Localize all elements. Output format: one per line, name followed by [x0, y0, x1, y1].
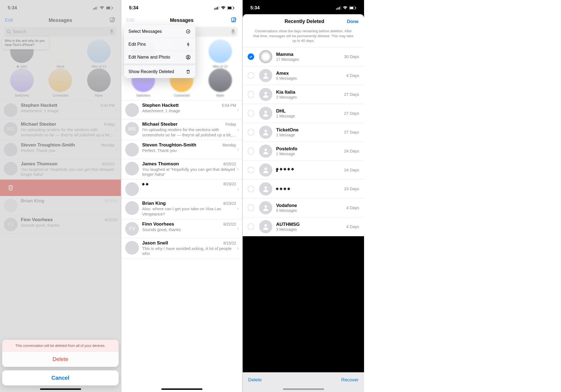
- svg-point-36: [264, 205, 267, 207]
- search-bar[interactable]: Search: [4, 27, 116, 37]
- conversation-row[interactable]: MSMichael SteeberFridayI'm uploading ren…: [121, 119, 242, 140]
- status-icons: [93, 6, 113, 10]
- wifi-icon: [221, 6, 226, 10]
- conversation-row[interactable]: Jason Snell8/15/22This is why I have avo…: [121, 238, 242, 259]
- battery-icon: [227, 6, 234, 10]
- search-placeholder: Search: [13, 29, 109, 34]
- sheet-delete-button[interactable]: Delete: [2, 351, 119, 367]
- svg-rect-2: [96, 7, 96, 10]
- toolbar-delete-button[interactable]: Delete: [248, 377, 262, 383]
- pin-connected[interactable]: Connected: [42, 68, 78, 97]
- conversation-row[interactable]: FVFinn Voorhees8/22/22Sounds good, thank…: [121, 219, 242, 238]
- chevron-right-icon: ›: [116, 127, 118, 132]
- selection-checkbox[interactable]: [248, 204, 254, 211]
- deleted-row[interactable]: PosteInfo1 Message24 Days: [243, 142, 364, 161]
- wifi-icon: [99, 6, 104, 10]
- deleted-row[interactable]: Vodafone6 Messages4 Days: [243, 198, 364, 217]
- conversation-row[interactable]: 8/23/22›: [121, 180, 242, 198]
- trash-icon: [7, 184, 14, 191]
- pin-men-of-13[interactable]: Men of 13: [81, 39, 117, 68]
- info-note: Conversations show the days remaining be…: [243, 27, 364, 47]
- signal-icon: [93, 6, 98, 10]
- svg-rect-16: [234, 7, 234, 9]
- wifi-icon: [343, 6, 348, 10]
- edit-button[interactable]: Edit: [5, 18, 21, 23]
- deleted-row[interactable]: Amex6 Messages4 Days: [243, 66, 364, 85]
- conversation-row[interactable]: James Thomson8/25/22 You laughed at "Hop…: [0, 159, 121, 180]
- conversation-row[interactable]: MS Michael SteeberFriday I'm uploading r…: [0, 119, 121, 140]
- pin-john[interactable]: Who is this and why do you have Ticci's …: [4, 39, 40, 68]
- selection-checkbox[interactable]: [248, 53, 254, 60]
- pin-men-of-13[interactable]: Men of 13: [202, 39, 238, 68]
- status-bar: 5:34: [243, 0, 364, 14]
- checkmark-circle-icon: [185, 29, 191, 34]
- conversation-row[interactable]: Steven Troughton-SmithMonday Perfect. Th…: [0, 140, 121, 159]
- selection-checkbox[interactable]: [248, 110, 254, 117]
- conversation-list: Stephen Hackett5:04 PM Attachment: 1 Ima…: [0, 100, 121, 180]
- menu-show-recently-deleted[interactable]: Show Recently Deleted: [124, 65, 195, 78]
- selection-checkbox[interactable]: [248, 72, 254, 79]
- conversation-row[interactable]: Stephen Hackett5:04 PM Attachment: 1 Ima…: [0, 100, 121, 119]
- home-indicator[interactable]: [40, 388, 81, 390]
- sheet-message: This conversation will be deleted from a…: [2, 340, 119, 351]
- signal-icon: [336, 6, 341, 10]
- trash-icon: [185, 69, 191, 74]
- menu-edit-pins[interactable]: Edit Pins: [124, 38, 195, 51]
- deleted-row[interactable]: DHL1 Message27 Days: [243, 104, 364, 123]
- svg-rect-12: [217, 7, 218, 10]
- selection-checkbox[interactable]: [248, 129, 254, 136]
- svg-rect-25: [340, 6, 341, 10]
- pin-icon: [185, 42, 191, 47]
- selection-checkbox[interactable]: [248, 223, 254, 230]
- search-icon: [7, 30, 11, 34]
- dictation-icon[interactable]: [231, 29, 236, 34]
- conversation-row[interactable]: FV Finn Voorhees8/22/22Sounds good, than…: [0, 215, 121, 234]
- done-button[interactable]: Done: [347, 19, 359, 24]
- compose-button[interactable]: [221, 16, 237, 24]
- conversation-row[interactable]: Brian King8/23/22Also: where can I get y…: [121, 198, 242, 219]
- conversation-row[interactable]: Brian King8/23/22: [0, 196, 121, 215]
- deleted-row[interactable]: TicketOne1 Message27 Days: [243, 123, 364, 142]
- selection-checkbox[interactable]: [248, 148, 254, 154]
- deleted-row[interactable]: AUTHMSG3 Messages4 Days: [243, 217, 364, 236]
- compose-icon: [109, 16, 116, 23]
- svg-point-37: [264, 224, 267, 226]
- chevron-right-icon: ›: [116, 146, 118, 152]
- deleted-row[interactable]: Kia Italia2 Messages27 Days: [243, 85, 364, 104]
- conversation-row[interactable]: Steven Troughton-SmithMondayPerfect. Tha…: [121, 140, 242, 159]
- menu-select-messages[interactable]: Select Messages: [124, 25, 195, 38]
- page-title: Recently Deleted: [262, 19, 347, 24]
- sheet-header: Recently Deleted Done: [243, 14, 364, 27]
- selection-checkbox[interactable]: [248, 167, 254, 173]
- pin-myke[interactable]: Myke: [202, 68, 238, 97]
- conversation-row[interactable]: James Thomson8/25/22You laughed at "Hope…: [121, 159, 242, 180]
- selection-checkbox[interactable]: [248, 91, 254, 98]
- unread-dot-icon: [17, 65, 19, 68]
- conversation-row[interactable]: Stephen Hackett5:04 PMAttachment: 1 Imag…: [121, 100, 242, 119]
- swipe-delete-action[interactable]: [0, 180, 121, 196]
- pinned-grid: Who is this and why do you have Ticci's …: [0, 39, 121, 100]
- dictation-icon[interactable]: [109, 29, 114, 34]
- status-time: 5:34: [129, 5, 138, 11]
- deleted-row[interactable]: 23 Days: [243, 180, 364, 198]
- deleted-row[interactable]: Mamma17 Messages 30 Days: [243, 47, 364, 66]
- home-indicator[interactable]: [283, 388, 324, 390]
- pin-switchers[interactable]: Switchers: [4, 68, 40, 97]
- svg-rect-5: [107, 7, 110, 9]
- edit-button[interactable]: Edit: [126, 18, 143, 23]
- home-indicator[interactable]: [161, 388, 202, 390]
- compose-button[interactable]: [99, 16, 116, 24]
- battery-icon: [349, 6, 356, 10]
- pin-myke[interactable]: Myke: [81, 68, 117, 97]
- conversation-list: Stephen Hackett5:04 PMAttachment: 1 Imag…: [121, 100, 242, 259]
- svg-point-19: [186, 30, 190, 33]
- menu-edit-name-photo[interactable]: Edit Name and Photo: [124, 51, 195, 64]
- deleted-row[interactable]: 24 Days: [243, 161, 364, 180]
- selection-checkbox[interactable]: [248, 186, 254, 192]
- svg-point-31: [264, 111, 267, 113]
- sheet-cancel-button[interactable]: Cancel: [2, 370, 119, 385]
- toolbar-recover-button[interactable]: Recover: [341, 377, 359, 383]
- panel-messages-edit-menu: 5:34 Edit Messages M: [121, 0, 243, 392]
- chevron-right-icon: ›: [116, 166, 118, 172]
- battery-icon: [106, 6, 113, 10]
